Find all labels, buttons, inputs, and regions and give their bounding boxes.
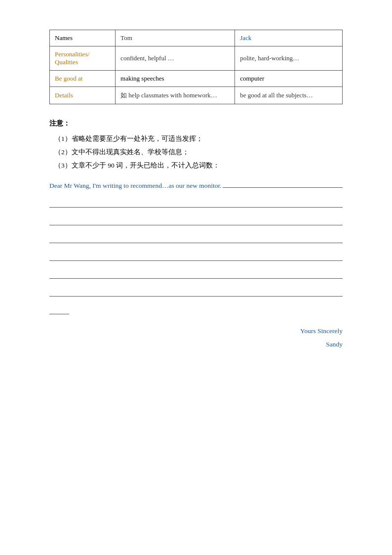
begoodat-tom: making speeches bbox=[116, 71, 235, 87]
info-table: Names Tom Jack Personalities/ Qualities … bbox=[49, 30, 343, 104]
names-label: Names bbox=[50, 30, 116, 46]
details-jack: be good at all the subjects… bbox=[235, 87, 343, 104]
personalities-jack: polite, hard-working… bbox=[235, 46, 343, 71]
notes-item-3: （3）文章不少于 90 词，开头已给出，不计入总词数： bbox=[54, 159, 343, 172]
writing-lines bbox=[49, 192, 343, 297]
closing-section: Yours Sincerely Sandy bbox=[49, 324, 343, 351]
closing-line2: Sandy bbox=[49, 338, 343, 351]
details-tom: 如 help classmates with homework… bbox=[116, 87, 235, 104]
notes-section: 注意： （1）省略处需要至少有一处补充，可适当发挥； （2）文中不得出现真实姓名… bbox=[49, 119, 343, 172]
intro-underline bbox=[223, 187, 343, 188]
table-row-personalities: Personalities/ Qualities confident, help… bbox=[50, 46, 343, 71]
table-row-begoodat: Be good at making speeches computer bbox=[50, 71, 343, 87]
table-row-names: Names Tom Jack bbox=[50, 30, 343, 46]
tom-name: Tom bbox=[116, 30, 235, 46]
begoodat-jack: computer bbox=[235, 71, 343, 87]
begoodat-label: Be good at bbox=[50, 71, 116, 87]
intro-text: Dear Mr Wang, I'm writing to recommend…a… bbox=[49, 182, 222, 190]
writing-line-1 bbox=[49, 192, 343, 208]
details-label: Details bbox=[50, 87, 116, 104]
personalities-tom: confident, helpful … bbox=[116, 46, 235, 71]
notes-item-2: （2）文中不得出现真实姓名、学校等信息； bbox=[54, 145, 343, 159]
intro-line: Dear Mr Wang, I'm writing to recommend…a… bbox=[49, 182, 343, 190]
writing-line-3 bbox=[49, 227, 343, 243]
writing-line-5 bbox=[49, 263, 343, 279]
notes-title: 注意： bbox=[49, 119, 343, 128]
writing-line-6 bbox=[49, 281, 343, 297]
personalities-label: Personalities/ Qualities bbox=[50, 46, 116, 71]
jack-name: Jack bbox=[235, 30, 343, 46]
short-underline bbox=[49, 299, 69, 314]
writing-line-2 bbox=[49, 210, 343, 225]
table-row-details: Details 如 help classmates with homework…… bbox=[50, 87, 343, 104]
notes-item-1: （1）省略处需要至少有一处补充，可适当发挥； bbox=[54, 132, 343, 145]
closing-line1: Yours Sincerely bbox=[49, 324, 343, 338]
writing-section: Dear Mr Wang, I'm writing to recommend…a… bbox=[49, 182, 343, 351]
writing-line-4 bbox=[49, 245, 343, 261]
